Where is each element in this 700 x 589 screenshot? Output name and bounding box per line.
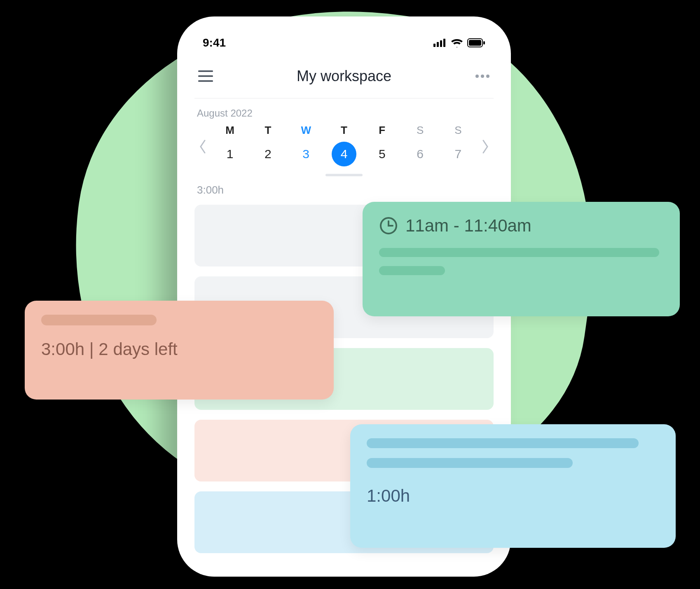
event-subtitle: 3:00h | 2 days left <box>41 339 317 359</box>
calendar-dow: M <box>225 124 234 137</box>
calendar-daynum: 6 <box>408 142 433 166</box>
calendar-daynum: 5 <box>370 142 394 166</box>
next-week-button[interactable] <box>477 126 494 167</box>
calendar-day[interactable]: T4 <box>325 122 363 171</box>
calendar-day[interactable]: S6 <box>401 122 439 171</box>
svg-rect-2 <box>440 40 442 47</box>
status-icons <box>433 38 485 47</box>
svg-point-11 <box>481 75 484 78</box>
svg-rect-6 <box>483 41 485 44</box>
svg-rect-1 <box>437 42 439 47</box>
drag-handle-icon[interactable] <box>325 174 363 176</box>
placeholder-text <box>379 266 445 275</box>
calendar-daynum: 2 <box>255 142 280 166</box>
day-total-hours: 3:00h <box>194 184 494 196</box>
cellular-icon <box>433 39 447 47</box>
wifi-icon <box>451 38 463 47</box>
calendar-daynum: 7 <box>446 142 471 166</box>
svg-rect-9 <box>198 80 213 82</box>
calendar-dow: T <box>265 124 271 137</box>
more-icon[interactable] <box>473 67 492 86</box>
calendar-dow: T <box>341 124 347 137</box>
status-bar: 9:41 <box>194 31 494 54</box>
status-time: 9:41 <box>203 36 226 49</box>
calendar-daynum: 3 <box>294 142 318 166</box>
calendar-day[interactable]: W3 <box>287 122 325 171</box>
svg-rect-7 <box>198 70 213 72</box>
calendar-dow: W <box>301 124 311 137</box>
placeholder-text <box>367 458 573 468</box>
svg-point-12 <box>486 75 489 78</box>
calendar-daynum: 4 <box>332 142 356 166</box>
menu-icon[interactable] <box>196 67 215 86</box>
calendar-dow: S <box>454 124 461 137</box>
calendar-dow: S <box>417 124 424 137</box>
calendar-daynum: 1 <box>218 142 242 166</box>
prev-week-button[interactable] <box>194 126 211 167</box>
calendar-day[interactable]: F5 <box>363 122 401 171</box>
event-card-blue[interactable]: 1:00h <box>350 424 676 548</box>
svg-rect-8 <box>198 75 213 77</box>
calendar-dow: F <box>379 124 385 137</box>
page-title: My workspace <box>297 68 391 85</box>
battery-icon <box>467 38 485 47</box>
placeholder-text <box>379 248 659 257</box>
event-card-green[interactable]: 11am - 11:40am <box>363 202 680 316</box>
placeholder-text <box>41 315 157 325</box>
calendar-day[interactable]: T2 <box>249 122 287 171</box>
event-duration: 1:00h <box>367 486 659 506</box>
placeholder-text <box>367 438 639 448</box>
event-card-pink[interactable]: 3:00h | 2 days left <box>25 301 334 400</box>
calendar-week-strip: M1T2W3T4F5S6S7 <box>194 122 494 171</box>
app-header: My workspace <box>194 64 494 98</box>
calendar-day[interactable]: M1 <box>211 122 249 171</box>
calendar-day[interactable]: S7 <box>439 122 477 171</box>
svg-point-10 <box>475 75 479 78</box>
event-time-range: 11am - 11:40am <box>405 216 531 236</box>
svg-rect-0 <box>433 44 435 47</box>
svg-rect-5 <box>469 40 481 46</box>
calendar-month-label: August 2022 <box>194 108 494 119</box>
clock-icon <box>379 216 398 235</box>
svg-rect-3 <box>443 39 445 47</box>
